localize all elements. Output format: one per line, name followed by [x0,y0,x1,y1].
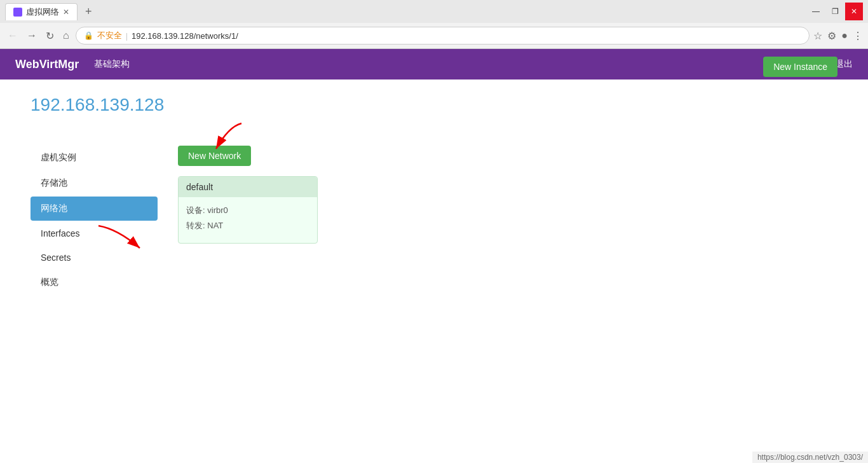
network-name: default [186,182,213,192]
network-area: New Network default 设备: virbr0 转发: NAT [178,146,837,296]
sidebar-item-secrets[interactable]: Secrets [31,246,158,269]
forward-label: 转发: [186,221,205,230]
browser-chrome: 虚拟网络 ✕ + — ❐ ✕ ← → ↻ ⌂ 🔒 不安全 | 192.168.1… [0,0,868,49]
sidebar-label-interfaces: Interfaces [41,228,79,238]
network-card: default 设备: virbr0 转发: NAT [178,176,318,244]
network-card-body: 设备: virbr0 转发: NAT [179,197,317,243]
sidebar: 虚机实例 存储池 网络池 Interfaces Secrets 概览 [31,146,158,296]
forward-value: NAT [207,221,223,230]
device-value: virbr0 [207,205,228,215]
tab-title: 虚拟网络 [26,6,59,18]
app-header: WebVirtMgr 基础架构 退出 [0,49,868,79]
sidebar-item-storage-pool[interactable]: 存储池 [31,171,158,195]
main-content: 192.168.139.128 New Instance 虚机实例 存储池 网络… [0,79,868,311]
page-title: 192.168.139.128 [31,95,164,115]
sidebar-label-storage-pool: 存储池 [41,177,67,188]
reload-button[interactable]: ↻ [43,29,57,43]
network-forward: 转发: NAT [186,220,309,232]
maximize-button[interactable]: ❐ [826,3,844,20]
new-network-button[interactable]: New Network [178,146,251,166]
address-input[interactable]: 🔒 不安全 | 192.168.139.128/networks/1/ [76,27,810,45]
browser-tab[interactable]: 虚拟网络 ✕ [5,3,78,20]
sidebar-label-vm-instances: 虚机实例 [41,152,76,162]
app-logo: WebVirtMgr [15,58,79,71]
home-button[interactable]: ⌂ [60,29,72,43]
network-card-header: default [179,177,317,197]
star-icon[interactable]: ☆ [813,30,822,42]
sidebar-item-network-pool[interactable]: 网络池 [31,197,158,221]
back-button[interactable]: ← [5,29,20,43]
sidebar-item-overview[interactable]: 概览 [31,270,158,294]
window-controls: — ❐ ✕ [807,3,863,20]
sidebar-item-interfaces[interactable]: Interfaces [31,222,158,245]
device-label: 设备: [186,205,205,215]
new-instance-button[interactable]: New Instance [763,57,837,77]
content-layout: 虚机实例 存储池 网络池 Interfaces Secrets 概览 [31,146,837,296]
security-label: 不安全 [97,30,122,41]
extension-icon[interactable]: ⚙ [827,30,836,42]
network-device: 设备: virbr0 [186,205,309,216]
logout-button[interactable]: 退出 [835,59,853,70]
header-right: 退出 [835,59,853,70]
minimize-button[interactable]: — [807,3,825,20]
sidebar-label-secrets: Secrets [41,252,71,263]
sidebar-label-network-pool: 网络池 [41,203,67,213]
toolbar-icons: ☆ ⚙ ● ⋮ [813,30,863,42]
menu-icon[interactable]: ⋮ [853,30,863,42]
sidebar-label-overview: 概览 [41,277,58,287]
forward-button[interactable]: → [24,29,39,43]
new-tab-button[interactable]: + [83,5,95,18]
title-bar: 虚拟网络 ✕ + — ❐ ✕ [0,0,868,23]
address-bar: ← → ↻ ⌂ 🔒 不安全 | 192.168.139.128/networks… [0,23,868,48]
sidebar-item-vm-instances[interactable]: 虚机实例 [31,146,158,170]
tab-favicon [13,8,22,17]
account-icon[interactable]: ● [841,30,848,41]
tab-close-btn[interactable]: ✕ [63,8,69,17]
lock-icon: 🔒 [84,31,93,40]
close-button[interactable]: ✕ [845,3,863,20]
address-text: 192.168.139.128/networks/1/ [132,31,238,41]
nav-infrastructure[interactable]: 基础架构 [94,59,130,70]
